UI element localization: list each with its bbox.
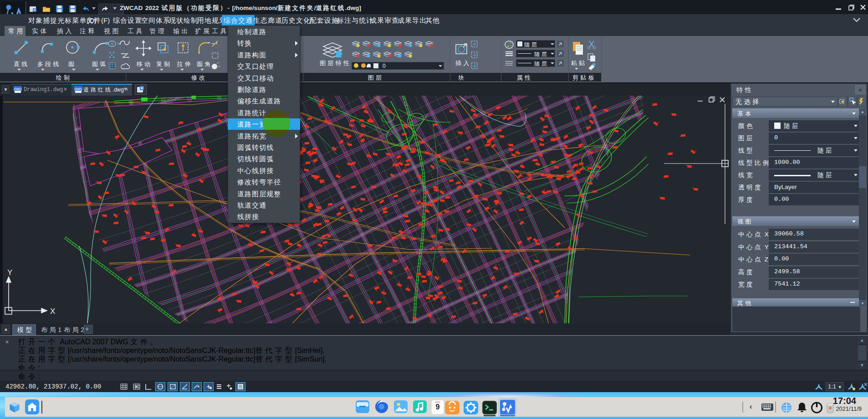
svg-text:DWG: DWG xyxy=(14,87,21,91)
svg-text:Y: Y xyxy=(7,268,12,277)
svg-text:NOV: NOV xyxy=(435,401,441,404)
svg-text:DWG: DWG xyxy=(74,87,82,91)
svg-text:X: X xyxy=(50,307,55,316)
svg-text:9: 9 xyxy=(436,403,440,411)
